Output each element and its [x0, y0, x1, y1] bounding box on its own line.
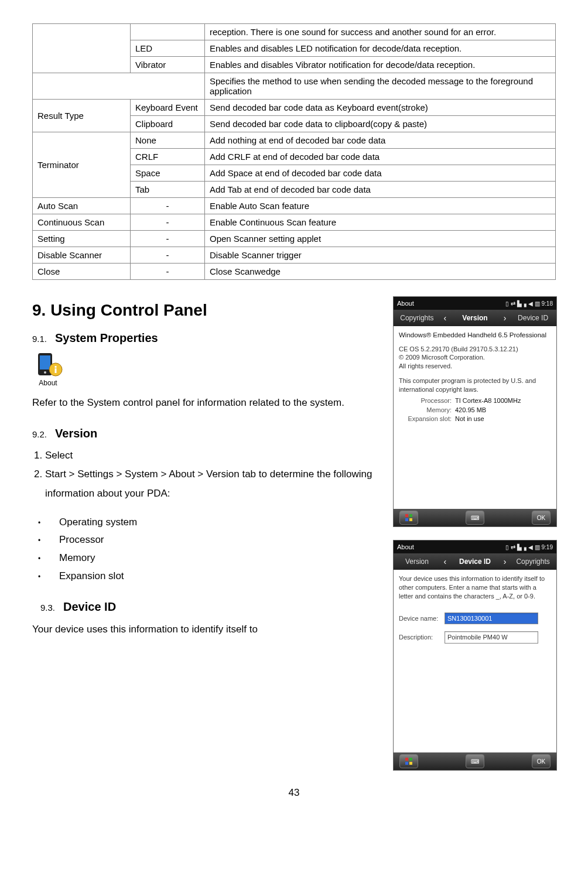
cell: Enable Continuous Scan feature [205, 214, 556, 231]
spec-row: Expansion slot: Not in use [399, 415, 551, 423]
spec-row: Processor: TI Cortex-A8 1000MHz [399, 396, 551, 405]
device-name-input[interactable]: SN1300130001 [445, 613, 538, 625]
table-row: Disable Scanner - Disable Scanner trigge… [33, 247, 556, 264]
cell: - [131, 264, 205, 280]
cell: Disable Scanner trigger [205, 247, 556, 264]
version-steps: Select Start > Settings > System > About… [32, 446, 378, 503]
keyboard-button[interactable]: ⌨ [466, 511, 484, 525]
content-area: Windows® Embedded Handheld 6.5 Professio… [394, 326, 556, 509]
cell: LED [131, 40, 205, 57]
ok-button[interactable]: OK [532, 754, 551, 768]
tab-device-id[interactable]: Device ID [510, 314, 556, 322]
device-name-row: Device name: SN1300130001 [399, 613, 551, 625]
spec-key: Memory: [399, 406, 455, 415]
cell: Close [33, 264, 131, 280]
spec-value: Not in use [455, 415, 484, 423]
cell: - [131, 247, 205, 264]
list-item: Memory [38, 549, 378, 567]
cell: Auto Scan [33, 198, 131, 214]
description-label: Description: [399, 633, 445, 642]
table-row: Setting - Open Scanner setting applet [33, 231, 556, 247]
os-line: CE OS 5.2.29170 (Build 29170.5.3.12.21) [399, 345, 551, 354]
tab-version[interactable]: Version [394, 557, 440, 566]
description-row: Description: Pointmobile PM40 W [399, 631, 551, 644]
tab-bar: Copyrights ‹ Version › Device ID [394, 310, 556, 326]
svg-rect-8 [405, 518, 408, 521]
table-row: Continuous Scan - Enable Continuous Scan… [33, 214, 556, 231]
sync-icon: ⇄ [511, 544, 515, 550]
heading-version: 9.2.Version [32, 427, 378, 440]
list-item: Select [45, 446, 378, 465]
cell: Keyboard Event [131, 100, 205, 116]
table-row: Result Type Keyboard Event Send decoded … [33, 100, 556, 116]
svg-rect-6 [405, 514, 408, 517]
cell: Setting [33, 231, 131, 247]
start-button[interactable] [399, 511, 418, 525]
svg-rect-13 [409, 762, 412, 765]
antenna-icon: ▙▗ [517, 544, 527, 550]
svg-rect-5 [55, 368, 57, 373]
tab-copyrights[interactable]: Copyrights [510, 557, 556, 566]
cell: - [131, 198, 205, 214]
chevron-left-icon: ‹ [440, 557, 450, 566]
cell: Continuous Scan [33, 214, 131, 231]
section-title: Device ID [63, 600, 116, 613]
cell: Vibrator [131, 57, 205, 73]
cell: Add Space at end of decoded bar code dat… [205, 165, 556, 182]
section-number: 9.3. [40, 603, 55, 613]
cell: Space [131, 165, 205, 182]
heading-device-id: 9.3.Device ID [40, 600, 378, 614]
about-icon-label: About [32, 379, 64, 387]
clock: 9:19 [542, 544, 553, 550]
cell: CRLF [131, 149, 205, 165]
status-tray: ▯ ⇄ ▙▗ ◀ ▥ 9:19 [505, 544, 553, 550]
cell: - [131, 231, 205, 247]
signal-icon: ▯ [505, 300, 509, 307]
cell: None [131, 132, 205, 149]
os-line: © 2009 Microsoft Corporation. [399, 353, 551, 362]
cell: Enables and disables LED notification fo… [205, 40, 556, 57]
heading-system-properties: 9.1.System Properties [32, 331, 378, 345]
svg-rect-1 [40, 355, 50, 369]
cell: Terminator [33, 132, 131, 198]
start-button[interactable] [399, 754, 418, 768]
section-number: 9.2. [32, 429, 47, 439]
cell: Clipboard [131, 116, 205, 132]
tab-device-id[interactable]: Device ID [450, 557, 500, 566]
antenna-icon: ▙▗ [517, 300, 527, 307]
keyboard-button[interactable]: ⌨ [466, 754, 484, 768]
device-id-body: Your device uses this information to ide… [32, 620, 378, 639]
spec-key: Expansion slot: [399, 415, 455, 423]
cell: Enable Auto Scan feature [205, 198, 556, 214]
scanwedge-table: reception. There is one sound for succes… [32, 23, 556, 280]
tab-version[interactable]: Version [450, 314, 500, 322]
device-name-label: Device name: [399, 614, 445, 623]
ok-button[interactable]: OK [532, 511, 551, 525]
cell: Add CRLF at end of decoded bar code data [205, 149, 556, 165]
svg-rect-9 [409, 518, 412, 521]
cell: Disable Scanner [33, 247, 131, 264]
screenshot-about-version: About ▯ ⇄ ▙▗ ◀ ▥ 9:18 Copyrights ‹ Versi… [393, 296, 557, 527]
table-row: reception. There is one sound for succes… [33, 24, 556, 40]
table-row: Auto Scan - Enable Auto Scan feature [33, 198, 556, 214]
cell: Tab [131, 182, 205, 198]
description-input[interactable]: Pointmobile PM40 W [445, 631, 538, 644]
spec-key: Processor: [399, 396, 455, 405]
tab-bar: Version ‹ Device ID › Copyrights [394, 553, 556, 570]
tab-copyrights[interactable]: Copyrights [394, 314, 440, 322]
chevron-left-icon: ‹ [440, 313, 450, 323]
signal-icon: ▯ [505, 544, 509, 550]
cell: Result Type [33, 100, 131, 132]
svg-rect-12 [405, 762, 408, 765]
heading-using-control-panel: 9. Using Control Panel [32, 301, 378, 320]
sync-icon: ⇄ [511, 300, 515, 307]
volume-icon: ◀ [528, 544, 533, 550]
cell: Open Scanner setting applet [205, 231, 556, 247]
copyright-note: This computer program is protected by U.… [399, 377, 551, 394]
cell: reception. There is one sound for succes… [205, 24, 556, 40]
spec-value: TI Cortex-A8 1000MHz [455, 396, 521, 405]
table-row: Terminator None Add nothing at end of de… [33, 132, 556, 149]
table-row: Close - Close Scanwedge [33, 264, 556, 280]
svg-point-2 [44, 371, 46, 374]
list-item: Processor [38, 531, 378, 549]
